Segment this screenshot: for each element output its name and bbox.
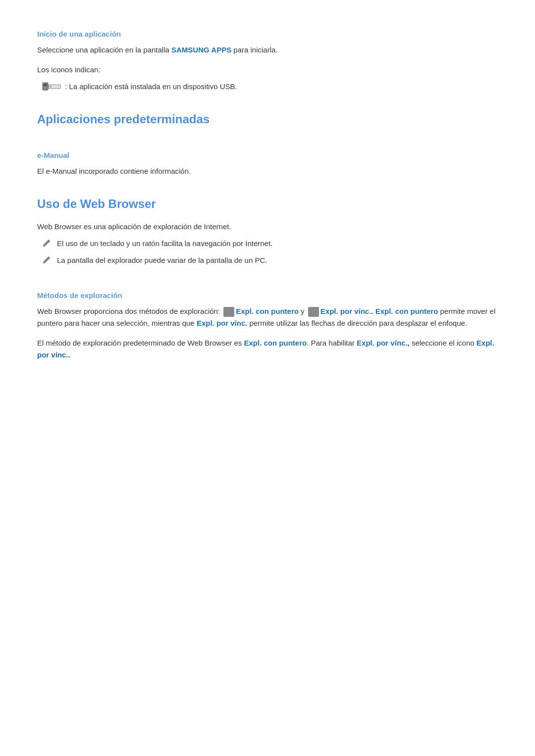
emanual-body: El e-Manual incorporado contiene informa… — [37, 165, 498, 177]
inicio-body1-end: para iniciarla. — [231, 46, 277, 54]
emanual-heading: e-Manual — [37, 151, 498, 159]
metodos-para2: El método de exploración predeterminado … — [37, 337, 498, 361]
inicio-iconos: Los iconos indican: — [37, 64, 498, 76]
inicio-heading: Inicio de una aplicación — [37, 30, 498, 38]
list-item: El uso de un teclado y un ratón facilita… — [42, 238, 498, 250]
metodos-para2-pre: El método de exploración predeterminado … — [37, 339, 244, 347]
metodos-mid1: y — [299, 307, 307, 315]
list-item: La pantalla del explorador puede variar … — [42, 254, 498, 266]
metodos-para1: Web Browser proporciona dos métodos de e… — [37, 305, 498, 329]
web-browser-heading: Uso de Web Browser — [37, 197, 498, 211]
expl-puntero-icon — [223, 307, 234, 317]
inicio-bullet1-text: : La aplicación está instalada en un dis… — [65, 81, 237, 93]
pencil-icon-1 — [42, 239, 51, 248]
expl-vinc-3: Expl. por vínc., — [357, 339, 410, 347]
metodos-para2-mid2: seleccione el icono — [410, 339, 477, 347]
metodos-para1-end: permite utilizar las flechas de direcció… — [247, 319, 467, 327]
expl-por-vinc-2: Expl. por vínc. — [197, 319, 248, 327]
inicio-bullets: : La aplicación está instalada en un dis… — [42, 81, 498, 93]
expl-puntero-1: Expl. con puntero — [236, 307, 299, 315]
web-browser-intro: Web Browser es una aplicación de explora… — [37, 221, 498, 233]
svg-rect-3 — [50, 86, 52, 88]
expl-vinc-icon — [308, 307, 319, 317]
aplicaciones-heading: Aplicaciones predeterminadas — [37, 112, 498, 126]
list-item: : La aplicación está instalada en un dis… — [42, 81, 498, 93]
expl-con-puntero-2: Expl. con puntero — [375, 307, 438, 315]
web-browser-bullet1: El uso de un teclado y un ratón facilita… — [57, 238, 272, 250]
inicio-section: Inicio de una aplicación Seleccione una … — [37, 30, 498, 93]
web-browser-bullets: El uso de un teclado y un ratón facilita… — [42, 238, 498, 266]
metodos-heading: Métodos de exploración — [37, 291, 498, 300]
usb-device-icon — [42, 81, 61, 92]
emanual-section: e-Manual El e-Manual incorporado contien… — [37, 151, 498, 177]
inicio-body1: Seleccione una aplicación en la pantalla… — [37, 44, 498, 56]
expl-vinc-1: Expl. por vínc.. — [321, 307, 374, 315]
metodos-para2-mid: . Para habilitar — [307, 339, 357, 347]
web-browser-bullet2: La pantalla del explorador puede variar … — [57, 254, 267, 266]
metodos-section: Métodos de exploración Web Browser propo… — [37, 291, 498, 361]
inicio-body1-pre: Seleccione una aplicación en la pantalla — [37, 46, 171, 54]
expl-puntero-3: Expl. con puntero — [244, 339, 307, 347]
web-browser-section: Uso de Web Browser Web Browser es una ap… — [37, 197, 498, 266]
pencil-icon-2 — [42, 255, 51, 264]
aplicaciones-section: Aplicaciones predeterminadas — [37, 112, 498, 126]
samsung-apps-link[interactable]: SAMSUNG APPS — [171, 46, 231, 54]
metodos-para1-pre: Web Browser proporciona dos métodos de e… — [37, 307, 222, 315]
svg-rect-1 — [44, 84, 47, 86]
